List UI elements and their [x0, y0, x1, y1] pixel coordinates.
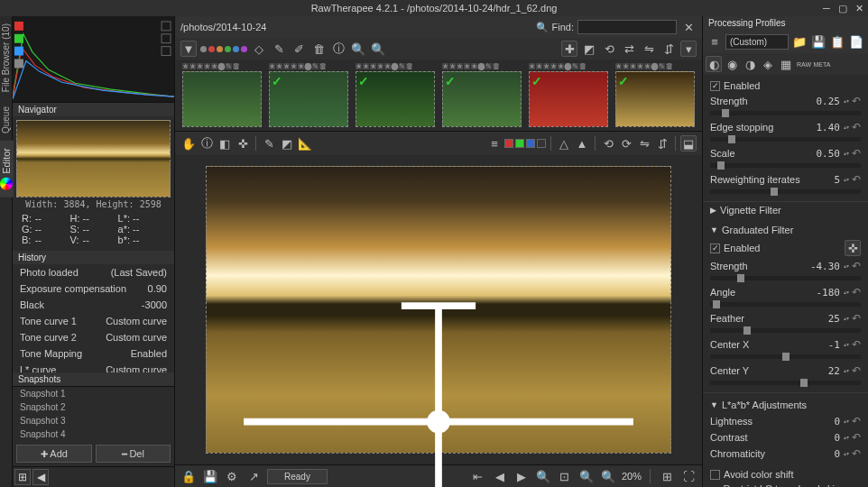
lock-icon[interactable]: 🔒 [180, 468, 197, 484]
meta-tab-icon[interactable]: META [814, 56, 830, 72]
wavelet-tab-icon[interactable]: ◈ [760, 56, 776, 72]
queue-icon[interactable]: ⚙ [224, 468, 240, 484]
minimize-icon[interactable]: ─ [821, 3, 832, 14]
zoom-100-icon[interactable]: 🔍 [578, 468, 595, 484]
history-item[interactable]: Tone curve 2Custom curve [13, 329, 174, 345]
tab-file-browser[interactable]: File Browser (10) [0, 16, 12, 99]
history-item[interactable]: Black-3000 [13, 297, 174, 313]
unrated-icon[interactable]: ◇ [251, 41, 267, 57]
before-after-icon[interactable]: ◧ [217, 135, 233, 152]
reset-icon[interactable]: ↶ [852, 364, 861, 377]
nav-first-icon[interactable]: ⇤ [470, 468, 486, 484]
slider[interactable] [710, 137, 861, 142]
warn-shadow-icon[interactable]: △ [556, 135, 572, 152]
external-editor-icon[interactable]: ↗ [245, 468, 262, 484]
slider[interactable] [710, 354, 861, 359]
clip-b-icon[interactable] [526, 139, 535, 148]
reset-icon[interactable]: ↶ [852, 95, 861, 107]
arrow-left-icon[interactable]: ◀ [32, 469, 49, 485]
gf-enabled-checkbox[interactable]: ✓ [710, 244, 720, 253]
history-item[interactable]: L* curveCustom curve [13, 362, 174, 372]
thumbnail[interactable]: ★★★★★⬤✎🗑✓ [269, 63, 348, 127]
filter-icon[interactable]: ▼ [180, 41, 197, 57]
mirror-v-icon[interactable]: ⇵ [654, 135, 670, 152]
snapshot-item[interactable]: Snapshot 4 [13, 427, 174, 441]
preview-image[interactable] [206, 166, 671, 454]
rotate-left-icon[interactable]: ⟲ [600, 135, 616, 152]
straighten-icon[interactable]: 📐 [297, 135, 313, 152]
bg-toggle-icon[interactable]: ≡ [486, 135, 503, 152]
profile-save-icon[interactable]: 💾 [810, 33, 826, 50]
zoom-in-icon[interactable]: 🔍 [370, 41, 386, 57]
thumbnail[interactable]: ★★★★★⬤✎🗑✓ [356, 63, 435, 127]
tab-editor[interactable]: Editor [0, 141, 14, 198]
maximize-icon[interactable]: ▢ [837, 3, 848, 14]
fullscreen-icon[interactable]: ⛶ [680, 468, 697, 484]
gf-edit-icon[interactable]: ✜ [845, 240, 861, 256]
profile-mode-icon[interactable]: ≡ [706, 33, 723, 50]
picker-icon[interactable]: ✜ [235, 135, 251, 152]
reset-icon[interactable]: ↶ [852, 147, 861, 160]
zoom-out-status-icon[interactable]: 🔍 [535, 468, 551, 484]
reset-icon[interactable]: ↶ [852, 286, 861, 299]
close-icon[interactable]: ✕ [854, 3, 864, 14]
reset-icon[interactable]: ↶ [852, 447, 861, 460]
history-item[interactable]: Exposure compensation0.90 [13, 280, 174, 297]
history-item[interactable]: Tone curve 1Custom curve [13, 313, 174, 329]
slider[interactable] [710, 381, 861, 385]
clip-l-icon[interactable] [537, 139, 546, 148]
slider[interactable] [710, 163, 861, 168]
slider[interactable] [710, 302, 861, 307]
flip-v-icon[interactable]: ⇵ [660, 41, 677, 57]
slider[interactable] [710, 111, 861, 115]
detail-window-icon[interactable]: ⊞ [659, 468, 675, 484]
filmstrip[interactable]: ★★★★★⬤✎🗑★★★★★⬤✎🗑✓★★★★★⬤✎🗑✓★★★★★⬤✎🗑✓★★★★★… [175, 60, 702, 131]
panel-toggle-icon[interactable]: ⊞ [14, 469, 31, 485]
profile-select[interactable]: (Custom) [725, 34, 789, 50]
zoom-out-icon[interactable]: 🔍 [350, 41, 366, 57]
mirror-h-icon[interactable]: ⇋ [636, 135, 652, 152]
info-icon[interactable]: ⓘ [330, 41, 346, 57]
profile-load-icon[interactable]: 📁 [791, 33, 808, 50]
clip-g-icon[interactable] [515, 139, 524, 148]
profile-copy-icon[interactable]: 📋 [829, 33, 845, 50]
clip-r-icon[interactable] [504, 139, 513, 148]
rotate-icon[interactable]: ⟲ [601, 41, 617, 57]
slider[interactable] [710, 328, 861, 333]
nav-next-icon[interactable]: ▶ [513, 468, 530, 484]
snapshot-item[interactable]: Snapshot 1 [13, 387, 174, 400]
save-icon[interactable]: 💾 [202, 468, 218, 484]
history-list[interactable]: Photo loaded(Last Saved)Exposure compens… [13, 264, 174, 372]
slider[interactable] [710, 276, 861, 280]
raw-tab-icon[interactable]: RAW [796, 56, 812, 72]
del-snapshot-button[interactable]: ━ Del [96, 445, 171, 463]
plus-icon[interactable]: ✚ [561, 41, 577, 57]
tab-queue[interactable]: Queue [0, 99, 12, 141]
histogram[interactable] [13, 16, 174, 103]
history-item[interactable]: Photo loaded(Last Saved) [13, 264, 174, 280]
warn-highlight-icon[interactable]: ▲ [574, 135, 590, 152]
preview-area[interactable] [175, 155, 702, 464]
nav-prev-icon[interactable]: ◀ [492, 468, 508, 484]
slider[interactable] [710, 189, 861, 194]
info-toggle-icon[interactable]: ⓘ [199, 135, 215, 152]
exposure-tab-icon[interactable]: ◐ [706, 56, 722, 72]
thumbnail[interactable]: ★★★★★⬤✎🗑✓ [615, 63, 695, 127]
navigator-thumbnail[interactable] [16, 120, 171, 198]
zoom-fit-icon[interactable]: ⊡ [557, 468, 573, 484]
reset-icon[interactable]: ↶ [852, 173, 861, 186]
reset-icon[interactable]: ↶ [852, 121, 861, 133]
reset-icon[interactable]: ↶ [852, 338, 861, 351]
reset-icon[interactable]: ↶ [852, 312, 861, 325]
history-item[interactable]: Tone MappingEnabled [13, 345, 174, 362]
snapshot-item[interactable]: Snapshot 3 [13, 414, 174, 427]
flip-h-icon[interactable]: ⇋ [641, 41, 657, 57]
detail-tab-icon[interactable]: ◉ [724, 56, 740, 72]
zoom-in-status-icon[interactable]: 🔍 [600, 468, 616, 484]
thumbnail[interactable]: ★★★★★⬤✎🗑✓ [529, 63, 608, 127]
snapshot-item[interactable]: Snapshot 2 [13, 400, 174, 414]
reset-icon[interactable]: ↶ [852, 431, 861, 444]
edited-icon[interactable]: ✎ [271, 41, 287, 57]
enabled-checkbox[interactable]: ✓ [710, 81, 720, 91]
reset-icon[interactable]: ↶ [852, 260, 861, 272]
